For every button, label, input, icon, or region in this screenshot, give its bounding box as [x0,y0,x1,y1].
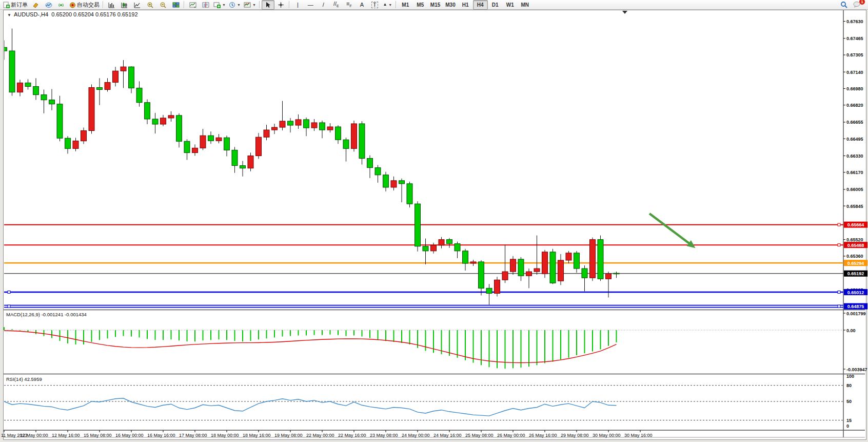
candle-body [136,88,142,102]
line-handle[interactable] [8,305,10,308]
add-indicator-button[interactable]: ▼ [212,0,227,10]
timeframe-button-h1[interactable]: H1 [458,0,473,10]
timeframe-button-w1[interactable]: W1 [503,0,518,10]
chart-canvas[interactable]: 0.676300.674650.673050.671400.669800.668… [0,0,868,442]
notifications-button[interactable]: 1 [851,0,863,10]
data-window-button[interactable] [42,0,55,10]
shapes-tool-button[interactable]: ▲▼ [381,0,394,10]
rsi-axis-label: 15 [846,418,852,423]
channel-icon: //E [333,1,339,8]
timeframe-button-d1[interactable]: D1 [488,0,503,10]
rsi-line [4,398,617,416]
shapes-icon: ▲ [383,3,387,7]
candle-body [89,87,94,130]
bar-chart-icon [108,2,115,8]
timeframe-button-h4[interactable]: H4 [473,0,488,10]
time-tick-label: 26 May 00:00 [497,433,525,438]
candle-body [65,138,71,148]
chart-shift-marker[interactable] [622,11,627,14]
template-icon [244,2,251,8]
zoom-out-icon [160,2,167,8]
cursor-icon [265,2,271,8]
new-order-button[interactable]: 新订单 [2,0,29,10]
chart-line-button[interactable] [131,0,144,10]
candle-body [208,136,214,141]
vertical-line-tool-button[interactable]: | [291,0,304,10]
line-handle[interactable] [838,305,840,308]
price-badge-label: 0.65012 [847,290,864,295]
line-handle[interactable] [838,244,840,246]
line-handle[interactable] [838,223,840,226]
line-handle[interactable] [838,291,840,294]
auto-trading-icon [69,2,76,8]
candle-body [192,148,198,152]
timeframe-button-m30[interactable]: M30 [443,0,458,10]
horizontal-line-tool-button[interactable]: — [304,0,317,10]
rsi-axis-label: 0 [846,424,849,429]
macd-pane: 0.0017990.00-0.003947 [4,311,867,372]
candle-body [375,168,381,175]
rsi-axis-label: 80 [846,383,852,388]
chart-bars-button[interactable] [105,0,118,10]
candle-body [105,82,110,89]
candle-body [486,288,492,293]
dropdown-arrow-icon: ▼ [222,3,226,7]
timeframe-button-m15[interactable]: M15 [428,0,443,10]
tile-windows-button[interactable] [169,0,182,10]
text-tool-button[interactable]: A [356,0,368,10]
timeframe-button-m1[interactable]: M1 [398,0,413,10]
period-button[interactable]: ▼ [227,0,242,10]
candle-body [288,121,293,125]
crosshair-tool-button[interactable] [274,0,287,10]
time-tick-label: 25 May 08:00 [465,433,494,438]
time-tick-label: 29 May 08:00 [561,433,589,438]
zoom-in-button[interactable] [144,0,156,10]
new-order-label: 新订单 [11,1,28,9]
candle-body [359,124,365,159]
price-badges: 0.656640.654680.652940.651920.650120.648… [8,222,867,310]
price-tick-label: 0.67630 [846,19,863,24]
indicator-list-button[interactable] [199,0,212,10]
fibonacci-tool-button[interactable]: ≡F [343,0,356,10]
timeframe-button-mn[interactable]: MN [518,0,532,10]
price-tick-label: 0.66495 [846,137,863,142]
candle-body [264,130,269,137]
chart-candles-button[interactable] [118,0,131,10]
market-watch-button[interactable] [29,0,42,10]
candle-body [534,268,540,272]
time-tick-label: 15 May 08:00 [84,433,112,438]
trendline-tool-button[interactable]: / [317,0,330,10]
candle-body [598,240,603,279]
cursor-tool-button[interactable] [262,0,274,10]
template-button[interactable]: ▼ [242,0,258,10]
timeframe-button-m5[interactable]: M5 [413,0,428,10]
candle-body [518,259,524,276]
candle-body [495,280,500,293]
fibonacci-icon: ≡F [346,1,352,8]
candle-body [49,100,55,104]
zoom-out-button[interactable] [156,0,169,10]
candle-body [320,123,325,130]
text-label-tool-button[interactable]: T [368,0,381,10]
candle-body [41,95,47,100]
auto-trading-button[interactable]: 自动交易 [68,0,101,10]
search-button[interactable] [838,0,851,10]
text-tool-icon: A [360,2,364,8]
candle-body [311,123,317,128]
indicator-window-button[interactable] [186,0,199,10]
candle-body [280,121,285,127]
candle-body [582,268,587,278]
macd-signal-line [4,331,617,363]
signals-button[interactable] [55,0,68,10]
candle-body [33,86,39,94]
time-axis: 11 May 202312 May 00:0012 May 16:0015 Ma… [1,430,653,438]
candle-body [184,141,190,152]
channel-tool-button[interactable]: //E [330,0,343,10]
line-chart-icon [134,2,141,8]
line-handle[interactable] [8,291,10,294]
toolbar-separator [184,1,185,8]
arrow-annotation[interactable] [649,214,696,248]
signal-icon [58,2,65,8]
candle-body [2,47,7,51]
candle-body [327,127,333,130]
